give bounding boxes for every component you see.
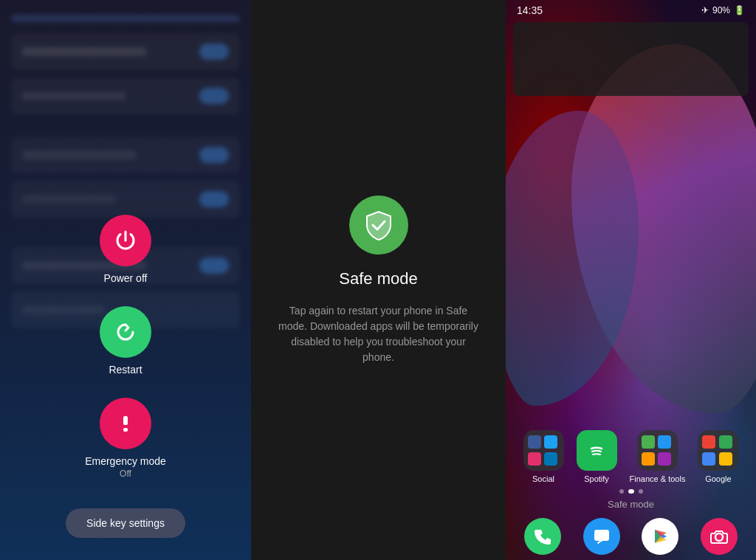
finance-folder-icon	[637, 430, 678, 471]
power-off-label: Power off	[104, 272, 148, 284]
bg-item-3	[11, 136, 240, 173]
restart-icon-circle	[100, 306, 151, 358]
bottom-nav-bar	[506, 512, 756, 560]
status-bar: 14:35 ✈ 90% 🔋	[506, 0, 756, 21]
power-off-icon-circle	[100, 215, 151, 266]
google-folder-icon	[698, 430, 738, 471]
phone-icon	[524, 518, 561, 555]
status-time: 14:35	[517, 4, 543, 16]
chat-bubble-icon	[592, 527, 611, 546]
social-label: Social	[532, 474, 554, 483]
bg-item-4	[11, 181, 240, 218]
safe-mode-panel[interactable]: Safe mode Tap again to restart your phon…	[251, 0, 506, 560]
phone-call-icon	[533, 527, 552, 546]
phone-app[interactable]	[524, 518, 561, 555]
airplane-icon: ✈	[701, 5, 709, 15]
power-menu-items: Power off Restart Emergency mode Off	[85, 215, 166, 479]
emergency-label: Emergency mode	[85, 455, 166, 467]
bg-toggle-3	[199, 147, 229, 163]
safe-mode-description: Tap again to restart your phone in Safe …	[275, 303, 482, 365]
spotify-label: Spotify	[584, 474, 609, 483]
wallpaper-shape-2	[506, 111, 639, 406]
finance-tools-app[interactable]: Finance & tools	[630, 430, 686, 483]
google-mini-4	[719, 452, 732, 466]
safe-mode-title: Safe mode	[339, 269, 417, 288]
spotify-icon	[577, 430, 617, 471]
camera-icon	[701, 518, 738, 555]
emergency-sublabel: Off	[120, 469, 131, 479]
phone-screen-panel: 14:35 ✈ 90% 🔋 Social	[506, 0, 756, 560]
google-app[interactable]: Google	[698, 430, 738, 483]
page-indicators	[517, 489, 745, 494]
finance-tools-label: Finance & tools	[630, 474, 686, 483]
shield-check-icon	[362, 209, 395, 241]
svg-rect-3	[594, 530, 609, 541]
play-store-icon	[642, 518, 678, 555]
bg-item-1	[11, 33, 240, 70]
svg-rect-1	[123, 428, 128, 432]
social-folder-icon	[523, 430, 564, 471]
page-dot-1	[619, 489, 624, 494]
google-mini-2	[719, 435, 732, 449]
emergency-icon	[112, 410, 139, 437]
power-menu-panel: Power off Restart Emergency mode Off	[0, 0, 251, 560]
social-mini-4	[544, 452, 557, 466]
bg-toggle-2	[199, 88, 229, 104]
power-off-icon	[112, 227, 139, 254]
bg-toggle-5	[199, 257, 229, 274]
messages-app[interactable]	[583, 518, 620, 555]
social-app[interactable]: Social	[523, 430, 564, 483]
spotify-app[interactable]: Spotify	[577, 430, 617, 483]
side-key-label: Side key settings	[86, 517, 165, 529]
play-triangle-icon	[649, 525, 671, 547]
battery-label: 90%	[712, 5, 730, 15]
bg-toggle-4	[199, 191, 229, 207]
finance-mini-2	[658, 435, 671, 449]
page-dot-3	[639, 489, 643, 494]
page-dot-2	[628, 489, 634, 494]
social-mini-2	[544, 435, 557, 449]
safe-mode-icon-circle	[349, 196, 408, 255]
emergency-item[interactable]: Emergency mode Off	[85, 398, 166, 479]
status-icons: ✈ 90% 🔋	[701, 5, 745, 15]
side-key-settings-button[interactable]: Side key settings	[66, 508, 185, 538]
bg-item-2	[11, 77, 240, 114]
svg-rect-0	[123, 416, 128, 425]
bg-toggle-1	[199, 44, 229, 60]
notification-area	[513, 22, 749, 96]
svg-point-4	[715, 533, 723, 541]
app-row-1: Social Spotify	[517, 430, 745, 483]
camera-lens-icon	[709, 527, 729, 546]
restart-item[interactable]: Restart	[100, 306, 151, 376]
finance-mini-1	[642, 435, 655, 449]
social-mini-1	[528, 435, 541, 449]
restart-label: Restart	[109, 364, 142, 376]
google-label: Google	[705, 474, 731, 483]
app-dock: Social Spotify	[506, 423, 756, 508]
messages-icon	[583, 518, 620, 555]
finance-mini-3	[642, 452, 655, 466]
play-store-app[interactable]	[642, 518, 678, 555]
social-mini-3	[528, 452, 541, 466]
emergency-icon-circle	[100, 398, 151, 449]
restart-icon	[112, 319, 139, 345]
google-mini-1	[702, 435, 715, 449]
power-off-item[interactable]: Power off	[100, 215, 151, 284]
bg-bar-1	[11, 15, 240, 22]
google-mini-3	[702, 452, 715, 466]
camera-app[interactable]	[701, 518, 738, 555]
finance-mini-4	[658, 452, 671, 466]
battery-icon: 🔋	[734, 5, 745, 15]
spotify-logo-icon	[585, 439, 608, 463]
safe-mode-bottom-label: Safe mode	[506, 499, 756, 510]
